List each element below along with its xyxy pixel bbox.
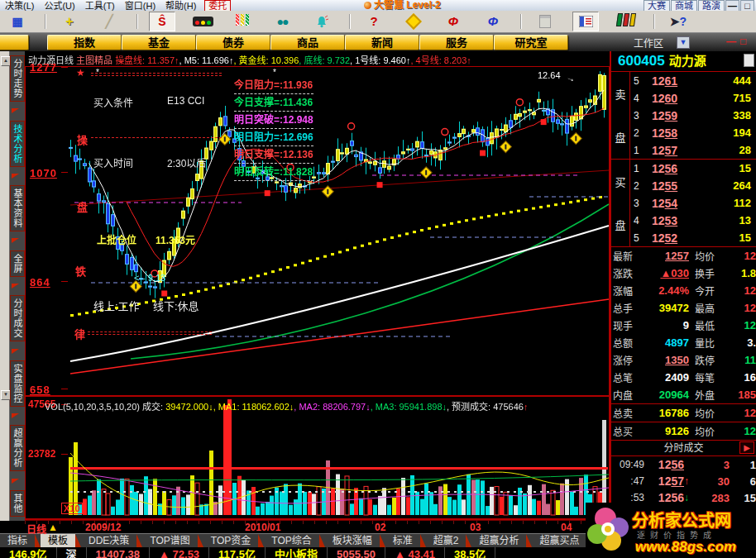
tick-volume: 30 bbox=[695, 475, 730, 488]
bottom-tab-指标[interactable]: 指标 bbox=[0, 534, 35, 548]
level-line: 今日阻力=:11.936 bbox=[234, 77, 313, 94]
layout-icon[interactable] bbox=[572, 12, 599, 31]
bottom-tab-超赢买点[interactable]: 超赢买点 bbox=[532, 534, 586, 548]
candlestick-chart-canvas[interactable] bbox=[25, 66, 610, 520]
market-tab-基金[interactable]: 基金 bbox=[122, 35, 196, 50]
market-tab-债券[interactable]: 债券 bbox=[196, 35, 270, 50]
help-cursor-icon[interactable]: ➤? bbox=[666, 12, 691, 31]
sidebar-item-技术分析[interactable]: 技术分析 bbox=[10, 121, 25, 167]
order-book-row[interactable]: 1125728 bbox=[630, 141, 756, 159]
bell-icon[interactable] bbox=[309, 12, 334, 31]
bottom-tab-bar: 指标模板DDE决策TOP谱图TOP资金TOP综合板块涨幅标准超赢2超赢分析超赢买… bbox=[0, 533, 610, 548]
stat-value: 12 bbox=[723, 284, 756, 297]
order-level: 1 bbox=[630, 145, 647, 156]
price-int: 12 bbox=[652, 74, 665, 88]
x-axis-date: 04 bbox=[561, 522, 572, 533]
bottom-tab-TOP资金[interactable]: TOP资金 bbox=[203, 534, 258, 548]
phi-blue-icon[interactable]: Φ bbox=[481, 12, 505, 31]
buy-queue: 买 盘 112561521255264312541124125313512521… bbox=[611, 159, 756, 246]
binoculars-icon[interactable]: ●● bbox=[270, 12, 294, 31]
volume-indicator-value: , MA1: 118062.602↓ bbox=[213, 402, 294, 412]
bottom-tab-超赢2[interactable]: 超赢2 bbox=[426, 534, 467, 548]
market-tab-指数[interactable]: 指数 bbox=[47, 35, 122, 50]
order-book-row[interactable]: 5125215 bbox=[630, 229, 756, 246]
stat-value: 12 bbox=[723, 407, 756, 419]
sidebar-item-分时走势[interactable]: 分时走势 bbox=[10, 55, 25, 102]
stat-row: 内盘20964外盘185 bbox=[611, 386, 756, 404]
phi-red-icon[interactable]: Φ bbox=[441, 12, 466, 31]
sidebar-item-实盘监控[interactable]: 实盘监控 bbox=[10, 360, 25, 407]
sidebar-item-全屏[interactable]: 全屏 bbox=[10, 250, 25, 277]
sidebar-item-其他[interactable]: 其他 bbox=[10, 490, 25, 517]
price-dec: 53 bbox=[665, 214, 678, 227]
market-tab-新闻[interactable]: 新闻 bbox=[345, 35, 419, 50]
price-dec: 52 bbox=[665, 231, 678, 245]
dollar-icon[interactable]: Ŝ bbox=[149, 12, 175, 31]
order-price: 1260 bbox=[647, 92, 698, 105]
bottom-tab-标准[interactable]: 标准 bbox=[385, 534, 420, 548]
pan-char: 盘 bbox=[615, 217, 625, 232]
sign-icon[interactable] bbox=[401, 12, 426, 31]
child-restore-button[interactable]: □ bbox=[740, 36, 746, 47]
order-book-row[interactable]: 4125313 bbox=[630, 212, 756, 229]
ruler-icon[interactable]: ╱ bbox=[97, 12, 122, 31]
price-dec: 61 bbox=[665, 74, 678, 88]
bottom-tab-超赢分析[interactable]: 超赢分析 bbox=[471, 534, 526, 548]
price-int: 12 bbox=[652, 162, 665, 175]
bottom-tab-TOP综合[interactable]: TOP综合 bbox=[264, 534, 318, 548]
price-dec: 55 bbox=[665, 179, 678, 193]
stat-value: 39472 bbox=[643, 302, 689, 314]
order-book-row[interactable]: 21255264 bbox=[630, 177, 756, 194]
level-line: 明日反转=:11.828 bbox=[234, 164, 313, 181]
order-volume: 28 bbox=[698, 144, 756, 156]
tick-price: 1256 bbox=[644, 458, 684, 471]
market-tab-研究室[interactable]: 研究室 bbox=[494, 35, 568, 50]
order-volume: 194 bbox=[698, 126, 756, 139]
time-sales-expand-icon[interactable]: ▶ bbox=[739, 441, 754, 454]
status-item: 117.5亿 bbox=[209, 547, 266, 558]
volume-indicator-value: ↑ bbox=[524, 402, 529, 412]
status-item: ▲ 72.53 bbox=[150, 547, 209, 558]
price-axis-label: 1070 bbox=[30, 167, 57, 179]
bottom-tab-模板[interactable]: 模板 bbox=[41, 534, 75, 548]
order-book-row[interactable]: 1125615 bbox=[630, 160, 756, 177]
bottom-tab-板块涨幅[interactable]: 板块涨幅 bbox=[325, 534, 380, 548]
period-label[interactable]: 日线 bbox=[26, 522, 46, 536]
indicator-readout: 动力源日线 主图精品 操盘线: 11.357↑, M5: 11.696↑, 黄金… bbox=[28, 53, 471, 66]
clipboard-icon[interactable] bbox=[533, 12, 557, 31]
market-tab-商品[interactable]: 商品 bbox=[270, 35, 345, 50]
level-value: 12.948 bbox=[283, 114, 313, 126]
sidebar-item-分时成交[interactable]: 分时成交 bbox=[10, 295, 25, 341]
market-tab-partial[interactable]: 股 bbox=[0, 35, 29, 50]
order-book-row[interactable]: 41260715 bbox=[630, 89, 756, 107]
workspace-dropdown-icon[interactable]: ▼ bbox=[677, 36, 690, 49]
price-dec: 59 bbox=[665, 109, 678, 122]
order-book-row[interactable]: 21258194 bbox=[630, 124, 756, 141]
sidebar-item-基本资料[interactable]: 基本资料 bbox=[10, 185, 25, 231]
sidebar-item-超赢分析[interactable]: 超赢分析 bbox=[10, 425, 25, 471]
stat-value: 16786 bbox=[643, 407, 689, 419]
workspace-label[interactable]: 工作区 bbox=[634, 36, 663, 50]
cross-icon[interactable]: + bbox=[57, 12, 82, 31]
stock-code[interactable]: 600405 bbox=[618, 53, 665, 69]
panel-corner-button[interactable] bbox=[744, 54, 754, 67]
order-book-row[interactable]: 31259338 bbox=[630, 107, 756, 124]
order-level: 4 bbox=[630, 215, 647, 227]
question-icon[interactable]: ? bbox=[361, 12, 386, 31]
bottom-tab-DDE决策[interactable]: DDE决策 bbox=[81, 534, 136, 548]
period-marker-icon: ▲ bbox=[48, 522, 58, 533]
order-book-row[interactable]: 31254112 bbox=[630, 194, 756, 212]
books-icon[interactable] bbox=[614, 12, 639, 31]
time-sales-header[interactable]: 分时成交 ▶ bbox=[611, 440, 756, 456]
chart-icon[interactable]: ▦ bbox=[5, 12, 30, 31]
time-sales-list: 09:49125631:471257↑306:531256↓28315 bbox=[611, 456, 756, 507]
stock-name[interactable]: 动力源 bbox=[669, 54, 706, 68]
market-tab-服务[interactable]: 服务 bbox=[419, 35, 494, 50]
order-book-row[interactable]: 51261444 bbox=[630, 72, 756, 89]
toolbar-separator bbox=[520, 14, 521, 29]
watermark-url[interactable]: www.88gs.com bbox=[635, 539, 736, 556]
child-minimize-button[interactable]: — bbox=[726, 36, 736, 47]
stripes-icon[interactable] bbox=[230, 12, 255, 31]
bottom-tab-TOP谱图[interactable]: TOP谱图 bbox=[142, 534, 197, 548]
traffic-light-icon[interactable] bbox=[190, 12, 215, 31]
